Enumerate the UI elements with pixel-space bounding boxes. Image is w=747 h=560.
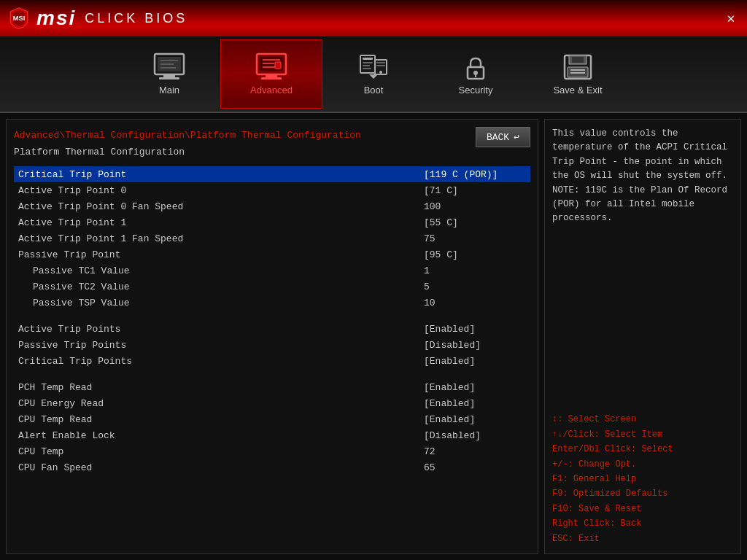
setting-name: PCH Temp Read bbox=[18, 382, 424, 393]
back-label: BACK bbox=[487, 132, 509, 143]
key-hint-item: +/-: Change Opt. bbox=[552, 457, 733, 472]
setting-name: Active Trip Point 0 Fan Speed bbox=[18, 201, 424, 212]
header: MSI msi CLICK BIOS ✕ bbox=[0, 0, 747, 36]
svg-rect-13 bbox=[275, 62, 281, 69]
setting-row[interactable]: Active Trip Points[Enabled] bbox=[14, 321, 530, 337]
svg-marker-25 bbox=[369, 74, 378, 79]
setting-value: [Disabled] bbox=[424, 430, 526, 441]
key-hint-item: ↑↓/Click: Select Item bbox=[552, 427, 733, 442]
svg-rect-3 bbox=[163, 74, 175, 77]
svg-rect-4 bbox=[159, 77, 179, 79]
setting-row[interactable]: Critical Trip Points[Enabled] bbox=[14, 353, 530, 369]
setting-name: Alert Enable Lock bbox=[18, 430, 424, 441]
page-title: Platform Thermal Configuration bbox=[14, 147, 530, 158]
setting-row[interactable]: Alert Enable Lock[Disabled] bbox=[14, 427, 530, 443]
setting-value: 65 bbox=[424, 462, 526, 473]
setting-name: Active Trip Points bbox=[18, 324, 424, 335]
setting-value: [119 C (POR)] bbox=[424, 169, 526, 180]
setting-name: CPU Fan Speed bbox=[18, 462, 424, 473]
key-hint-item: F1: General Help bbox=[552, 472, 733, 486]
setting-row[interactable]: Passive TC1 Value1 bbox=[14, 262, 530, 279]
setting-value: [95 C] bbox=[424, 249, 526, 260]
setting-name: Active Trip Point 1 bbox=[18, 217, 424, 228]
save-exit-icon bbox=[560, 52, 595, 82]
setting-row[interactable]: Passive TSP Value10 bbox=[14, 295, 530, 311]
key-hint-item: Enter/Dbl Click: Select bbox=[552, 442, 733, 456]
setting-row[interactable]: Passive TC2 Value5 bbox=[14, 279, 530, 295]
breadcrumb: Advanced\Thermal Configuration\Platform … bbox=[14, 130, 530, 141]
save-exit-nav-label: Save & Exit bbox=[553, 85, 602, 96]
key-hint-item: ESC: Exit bbox=[552, 532, 733, 546]
setting-row[interactable]: Active Trip Point 1[55 C] bbox=[14, 214, 530, 230]
setting-row[interactable]: CPU Energy Read[Enabled] bbox=[14, 395, 530, 411]
advanced-nav-label: Advanced bbox=[250, 85, 293, 96]
svg-rect-18 bbox=[363, 62, 373, 63]
help-panel: This value controls the temperature of t… bbox=[544, 119, 741, 554]
key-hint-item: Right Click: Back bbox=[552, 516, 733, 531]
setting-value: 100 bbox=[424, 201, 526, 212]
settings-list: Critical Trip Point[119 C (POR)]Active T… bbox=[14, 166, 530, 546]
setting-row[interactable]: Active Trip Point 0 Fan Speed100 bbox=[14, 198, 530, 214]
setting-name: Critical Trip Point bbox=[18, 169, 424, 180]
setting-name: CPU Temp bbox=[18, 446, 424, 457]
content-panel: BACK ↩ Advanced\Thermal Configuration\Pl… bbox=[6, 119, 538, 554]
msi-logo-text: msi bbox=[36, 7, 76, 30]
svg-rect-22 bbox=[376, 62, 385, 63]
nav-item-main[interactable]: Main bbox=[118, 39, 220, 109]
back-button[interactable]: BACK ↩ bbox=[476, 127, 530, 147]
security-icon bbox=[458, 52, 493, 82]
key-hint-item: F10: Save & Reset bbox=[552, 502, 733, 516]
setting-name: Passive Trip Point bbox=[18, 249, 424, 260]
key-hint-item: F9: Optimized Defaults bbox=[552, 486, 733, 501]
svg-rect-23 bbox=[376, 65, 385, 66]
setting-name: Active Trip Point 0 bbox=[18, 185, 424, 196]
svg-point-27 bbox=[473, 71, 478, 75]
setting-name: Passive Trip Points bbox=[18, 340, 424, 351]
main-nav-label: Main bbox=[159, 85, 179, 96]
setting-value: [Enabled] bbox=[424, 324, 526, 335]
setting-name: Passive TC2 Value bbox=[33, 281, 424, 292]
main-icon bbox=[152, 52, 187, 82]
advanced-icon bbox=[254, 52, 289, 82]
nav-item-boot[interactable]: Boot bbox=[322, 39, 425, 109]
setting-row[interactable]: CPU Temp72 bbox=[14, 443, 530, 459]
setting-name: Passive TSP Value bbox=[33, 298, 424, 308]
setting-value: 72 bbox=[424, 446, 526, 457]
spacer-row bbox=[14, 311, 530, 321]
setting-value: 10 bbox=[424, 298, 526, 308]
svg-rect-14 bbox=[266, 74, 277, 77]
svg-rect-31 bbox=[572, 57, 584, 63]
setting-value: 75 bbox=[424, 233, 526, 244]
spacer-row bbox=[14, 369, 530, 379]
main-area: BACK ↩ Advanced\Thermal Configuration\Pl… bbox=[0, 113, 747, 560]
setting-row[interactable]: CPU Temp Read[Enabled] bbox=[14, 411, 530, 427]
svg-rect-34 bbox=[570, 72, 585, 74]
setting-value: [Enabled] bbox=[424, 414, 526, 425]
key-hints: ↕: Select Screen↑↓/Click: Select ItemEnt… bbox=[552, 412, 733, 546]
setting-row[interactable]: Passive Trip Points[Disabled] bbox=[14, 337, 530, 353]
setting-row[interactable]: Passive Trip Point[95 C] bbox=[14, 246, 530, 262]
setting-value: [Enabled] bbox=[424, 382, 526, 393]
nav-item-save-exit[interactable]: Save & Exit bbox=[527, 39, 629, 109]
msi-shield-icon: MSI bbox=[7, 7, 31, 30]
setting-value: [71 C] bbox=[424, 185, 526, 196]
close-button[interactable]: ✕ bbox=[722, 9, 740, 27]
svg-point-24 bbox=[379, 71, 382, 74]
logo-area: MSI msi CLICK BIOS bbox=[7, 7, 187, 30]
setting-row[interactable]: Active Trip Point 0[71 C] bbox=[14, 182, 530, 198]
setting-row[interactable]: Active Trip Point 1 Fan Speed75 bbox=[14, 230, 530, 246]
svg-rect-19 bbox=[363, 65, 370, 66]
boot-icon bbox=[356, 52, 391, 82]
setting-row[interactable]: CPU Fan Speed65 bbox=[14, 459, 530, 475]
svg-text:MSI: MSI bbox=[13, 15, 25, 22]
setting-value: 1 bbox=[424, 265, 526, 276]
setting-value: [Enabled] bbox=[424, 356, 526, 367]
setting-row[interactable]: PCH Temp Read[Enabled] bbox=[14, 379, 530, 395]
setting-row[interactable]: Critical Trip Point[119 C (POR)] bbox=[14, 166, 530, 182]
nav-item-security[interactable]: Security bbox=[425, 39, 527, 109]
nav-item-advanced[interactable]: Advanced bbox=[220, 39, 322, 109]
navigation-bar: Main Advanced bbox=[0, 36, 747, 113]
setting-value: 5 bbox=[424, 281, 526, 292]
setting-value: [55 C] bbox=[424, 217, 526, 228]
svg-rect-33 bbox=[570, 69, 585, 71]
